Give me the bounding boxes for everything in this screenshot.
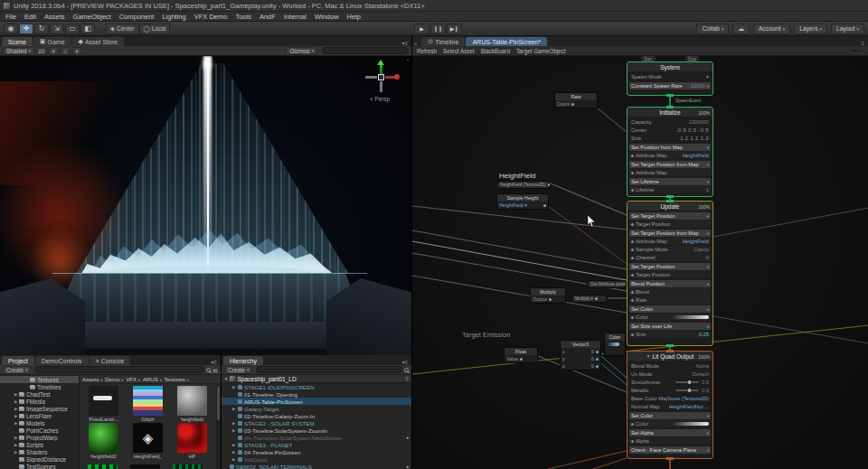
tab-project[interactable]: Project [2,356,34,365]
node-row[interactable]: Spawn Mode ▾ [629,73,711,80]
scene-audio-toggle[interactable]: ♫ [61,47,70,55]
project-pane-menu-icon[interactable]: ▾≡ [211,359,219,365]
port-stop[interactable]: Stop [685,56,699,61]
asset-thumbnail[interactable] [177,386,207,416]
menu-item[interactable]: Tools [235,13,251,21]
account-button[interactable]: Account▾ [753,23,790,34]
shading-mode-dropdown[interactable]: Shaded▾ [3,47,34,55]
scale-tool-button[interactable]: ⇲ [50,23,64,34]
move-tool-button[interactable]: ✛ [19,23,33,34]
row-value[interactable]: 0.25 [699,332,709,337]
menu-item[interactable]: GameObject [73,13,111,21]
rotate-tool-button[interactable]: ↻ [34,23,49,34]
asset-thumbnail[interactable] [133,423,163,453]
folder-row[interactable]: ▶ SignedDistance [0,455,79,463]
scene-menu-icon[interactable]: ≡ [405,376,409,381]
hand-tool-button[interactable]: ◉ [4,23,18,34]
node-row[interactable]: Size 1.2 1.2 1.2 [629,135,711,142]
node-row[interactable]: Blend Mode Alpha [629,362,711,370]
row-value[interactable]: 0.5 [702,380,709,385]
menu-item[interactable]: Window [315,13,339,21]
color-swatch[interactable] [607,342,619,346]
node-row[interactable]: Center -0.5 0.5 -0.5 [629,127,711,134]
menu-item[interactable]: Internal [284,13,307,21]
row-value[interactable]: 10000 [691,83,705,89]
gizmo-center-cube[interactable] [378,74,384,80]
scene-search-input[interactable] [322,47,409,54]
vector3-node[interactable]: Vector3 x0y0z0 [560,340,601,371]
asset-item[interactable]: HeightField_ [127,423,169,459]
output-port-dot[interactable] [596,351,599,353]
slider-track[interactable] [675,389,699,391]
asset-item[interactable]: heightfield [171,386,213,422]
output-port-dot[interactable] [596,365,599,368]
sticky-note-target-emission[interactable]: Target Emission [462,331,510,339]
node-header[interactable]: ▼Lit Quad Output 100% [627,352,712,361]
node-row[interactable]: Color gradient [629,314,711,321]
row-value[interactable]: 1.2 1.2 1.2 [680,136,709,141]
pause-button[interactable]: ❙❙ [430,23,446,34]
node-row[interactable]: Set Target Position from Map [629,230,711,237]
node-header[interactable]: Update 100% [627,202,712,211]
scene-viewport[interactable]: < Persp ▪ [0,56,411,355]
row-value[interactable]: Clamp [693,247,709,252]
hierarchy-row[interactable]: ▶ 04-Timeline:PinScreen [222,448,411,455]
flow-port-in[interactable] [666,200,674,202]
vfx-toolbar-button[interactable]: Select Asset [443,48,475,54]
node-row[interactable]: Set Color [629,412,711,419]
breadcrumb-segment[interactable]: Textures [164,376,191,382]
create-dropdown[interactable]: Create▾ [3,366,31,374]
hierarchy-row[interactable]: ▶ vfx-Transition-SolarSystemTableScreen … [222,434,411,441]
output-port-dot[interactable] [543,204,546,207]
gizmo-y-axis-cone[interactable] [377,60,384,65]
node-row[interactable]: Set Target Position [629,263,711,270]
node-row[interactable]: Set Alpha [629,429,711,436]
vfx-context-update[interactable]: Update 100% Set Target Position Target P… [627,201,713,346]
node-row[interactable]: Alpha [629,437,711,445]
perspective-label[interactable]: < Persp [358,96,401,102]
operator-row[interactable]: x0 [561,348,600,355]
gizmo-x-axis-ball[interactable] [394,74,400,80]
node-row[interactable]: Sample Mode Clamp [629,246,711,253]
row-value[interactable]: HeightField [683,153,709,158]
operator-row[interactable] [605,341,625,348]
flow-port-in[interactable] [666,350,674,352]
node-row[interactable]: Blend [629,288,711,295]
gizmo-lock-icon[interactable]: ▪ [407,57,409,62]
menu-item[interactable]: Help [347,13,361,21]
vfx-context-output[interactable]: ▼Lit Quad Output 100% Blend Mode Alpha U… [627,351,713,459]
menu-item[interactable]: Component [119,13,155,21]
vfx-context-initialize[interactable]: Initialize 100% Capacity 1000000 Center … [627,107,713,197]
hierarchy-row[interactable]: ▶ STAGE1-IDLE/PINSCREEN [222,383,411,390]
tab-asset-store[interactable]: ◆Asset Store [72,37,125,46]
row-value[interactable]: ▾ [706,74,709,80]
flow-port-out[interactable] [666,94,674,97]
node-row[interactable]: Base Color Map None (Texture2D) [629,395,711,402]
node-row[interactable]: Set Target Position [629,212,711,220]
slider-track[interactable] [675,381,699,383]
node-row[interactable]: Set Target Position from Map [629,161,711,168]
folder-row[interactable]: ▶ Shaders [0,448,79,455]
vfx-context-system[interactable]: Start Stop System Spawn Mode ▾ Constant … [627,61,713,96]
menu-item[interactable]: Assets [44,13,65,21]
node-row[interactable]: Uv Mode Default [629,371,711,378]
operator-row[interactable]: Count [555,100,597,108]
hierarchy-row[interactable]: ▶ DEMO2_SOLAR-TERMINALS ● [222,463,411,469]
vfx-toolbar-right-button[interactable] [851,50,858,52]
asset-thumbnail[interactable] [89,386,118,416]
node-row[interactable]: Set Lifetime [629,178,711,185]
folder-row[interactable]: ▶ Models [0,419,79,427]
tab-console[interactable]: ≡Console [90,356,131,365]
vfx-pane-menu-icon[interactable]: ≡ [861,41,866,46]
operator-row[interactable]: z0 [561,362,600,370]
hierarchy-create-dropdown[interactable]: Create▾ [224,366,252,374]
asset-thumbnail-partial[interactable] [130,464,160,469]
tab-game[interactable]: ▣Game [33,37,71,46]
multiply-node[interactable]: Multiply Output [530,287,566,304]
step-button[interactable]: ▶❙ [447,23,462,34]
asset-thumbnail[interactable] [177,423,207,453]
asset-item[interactable]: HP [171,423,213,459]
pivot-center-button[interactable]: ◈ Center [106,23,139,34]
folder-row[interactable]: ▶ PointCaches [0,427,79,434]
flow-port-in[interactable] [666,106,674,108]
